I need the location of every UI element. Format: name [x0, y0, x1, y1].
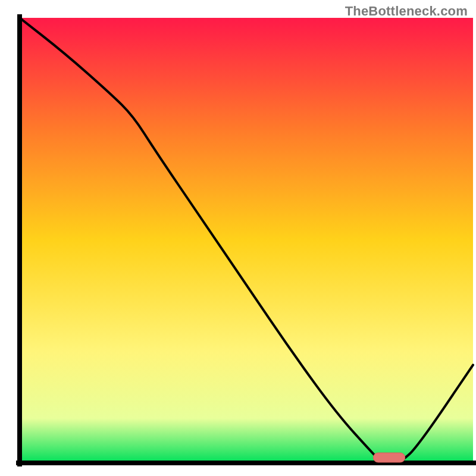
optimal-marker — [373, 453, 405, 462]
chart-container — [0, 0, 476, 476]
bottleneck-chart — [0, 0, 476, 476]
plot-background — [20, 18, 473, 463]
watermark-text: TheBottleneck.com — [345, 4, 468, 19]
